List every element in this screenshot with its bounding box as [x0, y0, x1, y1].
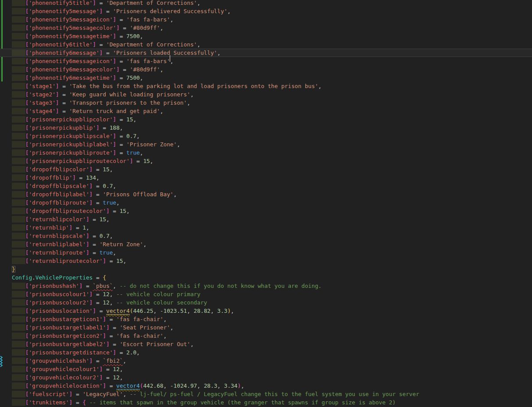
code-area[interactable]: ['phonenotify5title'] = 'Department of C…	[0, 0, 532, 407]
token-k: 'groupvehiclelocation'	[29, 382, 103, 389]
code-line-7[interactable]: ['phonenotify6message'] = 'Prisoners loa…	[0, 49, 532, 57]
code-line-48[interactable]: ['fuelscript'] = 'LegacyFuel', -- lj-fue…	[0, 390, 532, 398]
code-line-36[interactable]: ['prisonbuscolour1'] = 12, -- vehicle co…	[0, 290, 532, 298]
code-line-23[interactable]: ['dropoffblipscale'] = 0.7,	[0, 182, 532, 190]
token-o: ,	[120, 366, 123, 372]
code-line-49[interactable]: ['trunkitems'] = { -- items that spawn i…	[0, 398, 532, 407]
code-line-27[interactable]: ['returnblipcolor'] = 15,	[0, 215, 532, 223]
token-o: ,	[177, 141, 180, 148]
token-k: 'phonenotify6messageicon'	[29, 58, 113, 64]
token-o: ,	[123, 357, 126, 364]
code-line-10[interactable]: ['phonenotify6messagetime'] = 7500,	[0, 74, 532, 82]
code-line-35[interactable]: ['prisonbushash'] = `pbus`, -- do not ch…	[0, 282, 532, 290]
code-line-40[interactable]: ['prisonbustargetlabel1'] = 'Seat Prison…	[0, 323, 532, 332]
token-b: ]	[86, 249, 89, 256]
token-o: =	[110, 341, 120, 347]
token-k: 'stage3'	[29, 99, 55, 106]
code-line-4[interactable]: ['phonenotify5messagecolor'] = '#80d9ff'…	[0, 24, 532, 32]
code-line-9[interactable]: ['phonenotify6messagecolor'] = '#80d9ff'…	[0, 65, 532, 74]
code-line-16[interactable]: ['prisonerpickupblip'] = 188,	[0, 124, 532, 132]
code-line-47[interactable]: ['groupvehiclelocation'] = vector4(442.6…	[0, 382, 532, 390]
code-line-17[interactable]: ['prisonerpickupblipscale'] = 0.7,	[0, 132, 532, 140]
code-line-45[interactable]: ['groupvehiclecolour1'] = 12,	[0, 365, 532, 373]
token-n: 12	[103, 299, 109, 306]
code-line-2[interactable]: ['phonenotify5message'] = 'Prisoners del…	[0, 7, 532, 15]
code-line-33[interactable]: }	[0, 265, 532, 273]
token-o: ,	[140, 33, 143, 39]
code-line-1[interactable]: ['phonenotify5title'] = 'Department of C…	[0, 0, 532, 7]
code-line-8[interactable]: ['phonenotify6messageicon'] = 'fas fa-ba…	[0, 57, 532, 65]
indent-guide-tint	[12, 141, 25, 148]
code-line-24[interactable]: ['dropoffbliplabel'] = 'Prisons Offload …	[0, 190, 532, 198]
token-s: 'Escort Prisoner Out'	[120, 341, 190, 347]
token-k: 'prisonerpickupblip'	[29, 124, 96, 131]
code-line-26[interactable]: ['dropoffbliproutecolor'] = 15,	[0, 207, 532, 215]
indent-guide-tint	[12, 149, 25, 156]
code-line-18[interactable]: ['prisonerpickupbliplabel'] = 'Prisoner …	[0, 140, 532, 149]
code-line-5[interactable]: ['phonenotify5messagetime'] = 7500,	[0, 32, 532, 40]
code-line-43[interactable]: ['prisonbustargetdistance'] = 2.0,	[0, 348, 532, 357]
token-k: 'phonenotify6message'	[29, 50, 99, 56]
token-g: {	[103, 274, 106, 281]
code-line-29[interactable]: ['returnblipscale'] = 0.7,	[0, 232, 532, 240]
token-o: =	[93, 199, 103, 206]
code-line-22[interactable]: ['dropoffblip'] = 134,	[0, 173, 532, 182]
token-k: 'returnblip'	[29, 224, 69, 231]
code-line-12[interactable]: ['stage2'] = 'Keep guard while loading p…	[0, 90, 532, 99]
indent-guide-tint	[12, 208, 25, 214]
code-line-15[interactable]: ['prisonerpickupblipcolor'] = 15,	[0, 115, 532, 124]
token-b: ]	[86, 241, 89, 248]
code-line-46[interactable]: ['groupvehiclecolour2'] = 12,	[0, 373, 532, 382]
code-line-38[interactable]: ['prisonbuslocation'] = vector4(446.25, …	[0, 307, 532, 315]
indent-guide-tint	[12, 58, 25, 64]
token-o: ,	[318, 83, 322, 89]
indent-guide-tint	[12, 308, 25, 314]
code-line-19[interactable]: ['prisonerpickupbliproute'] = true,	[0, 149, 532, 157]
code-line-44[interactable]: ['groupvehiclehash'] = `fbi2`,	[0, 357, 532, 365]
token-b: ]	[106, 208, 110, 214]
token-o: ,	[211, 308, 217, 314]
token-k: 'prisonbuscolour2'	[29, 299, 89, 306]
token-m: }	[12, 266, 15, 273]
token-s: 'Department of Corrections'	[106, 41, 197, 48]
token-b: ]	[93, 0, 96, 6]
token-b: ]	[103, 333, 106, 339]
code-line-31[interactable]: ['returnbliproute'] = true,	[0, 248, 532, 257]
token-t: true	[126, 149, 140, 156]
indent-guide-tint	[12, 299, 25, 306]
code-line-30[interactable]: ['returnbliplabel'] = 'Return Zone',	[0, 240, 532, 248]
token-b: ]	[113, 133, 116, 139]
indent-guide-tint	[12, 357, 25, 364]
token-b: ]	[56, 108, 59, 114]
code-line-34[interactable]: Config.VehicleProperties = {	[0, 273, 532, 282]
code-line-42[interactable]: ['prisonbustargetlabel2'] = 'Escort Pris…	[0, 340, 532, 348]
token-o: ,	[217, 50, 221, 56]
indent-guide-tint	[12, 191, 25, 198]
code-line-3[interactable]: ['phonenotify5messageicon'] = 'fas fa-ba…	[0, 15, 532, 24]
token-o: ,	[170, 324, 174, 331]
code-line-21[interactable]: ['dropoffblipcolor'] = 15,	[0, 165, 532, 173]
code-line-6[interactable]: ['phonenotify6title'] = 'Department of C…	[0, 40, 532, 49]
token-n: 15	[120, 208, 126, 214]
token-b: ]	[93, 41, 96, 48]
token-k: 'prisonbushash'	[29, 283, 79, 289]
code-editor-window: ['phonenotify5title'] = 'Department of C…	[0, 0, 532, 407]
token-n: 134	[86, 174, 96, 181]
code-line-41[interactable]: ['prisonbustargeticon2'] = 'fas fa-chair…	[0, 332, 532, 340]
token-b: ]	[106, 341, 110, 347]
code-line-39[interactable]: ['prisonbustargeticon1'] = 'fas fa-chair…	[0, 315, 532, 323]
code-line-32[interactable]: ['returnbliproutecolor'] = 15,	[0, 257, 532, 265]
code-line-20[interactable]: ['prisonerpickupbliproutecolor'] = 15,	[0, 157, 532, 165]
token-b: ]	[86, 216, 89, 223]
token-o: =	[116, 58, 126, 64]
code-line-13[interactable]: ['stage3'] = 'Transport prisoners to the…	[0, 99, 532, 107]
code-line-14[interactable]: ['stage4'] = 'Return truck and get paid'…	[0, 107, 532, 115]
code-line-28[interactable]: ['returnblip'] = 1,	[0, 223, 532, 232]
token-b: ]	[93, 308, 96, 314]
token-n: 7500	[126, 74, 140, 81]
code-line-37[interactable]: ['prisonbuscolour2'] = 12, -- vehicle co…	[0, 298, 532, 307]
code-line-11[interactable]: ['stage1'] = 'Take the bus from the park…	[0, 82, 532, 90]
token-o	[86, 399, 89, 406]
code-line-25[interactable]: ['dropoffbliproute'] = true,	[0, 198, 532, 207]
token-o: ,	[133, 116, 136, 123]
